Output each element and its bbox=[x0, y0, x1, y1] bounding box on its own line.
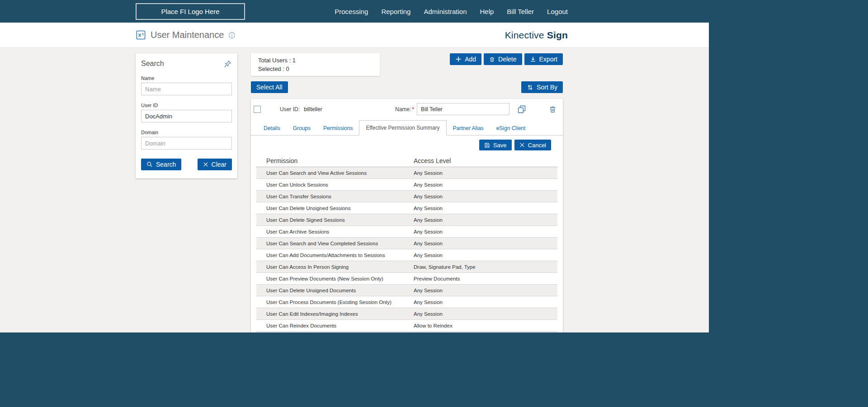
nav-item-reporting[interactable]: Reporting bbox=[381, 8, 410, 15]
nav-item-bill-teller[interactable]: Bill Teller bbox=[507, 8, 534, 15]
access-level-cell: Allow to Reindex bbox=[414, 323, 557, 328]
list-controls-row: Select All Sort By bbox=[251, 81, 563, 93]
total-users-text: Total Users : 1 bbox=[258, 57, 373, 64]
permission-cell: User Can Reindex Documents bbox=[256, 323, 414, 328]
table-row: User Can Process Documents (Existing Ses… bbox=[256, 296, 557, 308]
title-group: User Maintenance bbox=[136, 30, 236, 40]
save-icon bbox=[484, 142, 490, 148]
brand-bold: Sign bbox=[547, 30, 568, 40]
permission-cell: User Can Search and View Completed Sessi… bbox=[256, 241, 414, 246]
permission-cell: User Can Delete Unsigned Documents bbox=[256, 288, 414, 293]
permissions-table-body: User Can Search and View Active Sessions… bbox=[256, 167, 557, 332]
tab-partner-alias[interactable]: Partner Alias bbox=[447, 122, 490, 135]
tab-details[interactable]: Details bbox=[257, 122, 287, 135]
save-cancel-row: Save Cancel bbox=[251, 140, 551, 150]
summary-box: Total Users : 1 Selected : 0 bbox=[251, 53, 380, 76]
user-maintenance-icon bbox=[136, 30, 146, 40]
sort-icon bbox=[527, 84, 533, 91]
select-all-button[interactable]: Select All bbox=[251, 81, 288, 93]
search-icon bbox=[146, 161, 153, 168]
permission-cell: User Can Search and View Active Sessions bbox=[256, 170, 414, 176]
table-row: User Can Edit Indexes/Imaging IndexesAny… bbox=[256, 308, 557, 320]
screen-background: Place FI Logo Here ProcessingReportingAd… bbox=[0, 0, 868, 407]
nav-item-logout[interactable]: Logout bbox=[547, 8, 568, 15]
access-level-cell: Any Session bbox=[414, 229, 557, 234]
search-panel-header: Search bbox=[141, 60, 232, 68]
name-field-label: Name bbox=[141, 75, 232, 81]
permission-cell: User Can Edit Indexes/Imaging Indexes bbox=[256, 311, 414, 317]
save-button[interactable]: Save bbox=[479, 140, 512, 150]
info-icon[interactable] bbox=[228, 32, 236, 39]
delete-button-label: Delete bbox=[498, 56, 516, 63]
action-toolbar: Add Delete Export bbox=[450, 53, 563, 65]
access-level-cell: Any Session bbox=[414, 241, 557, 246]
required-asterisk: * bbox=[412, 106, 414, 112]
add-button[interactable]: Add bbox=[450, 53, 481, 65]
permission-cell: User Can Preview Documents (New Session … bbox=[256, 276, 414, 281]
search-panel-title: Search bbox=[141, 60, 164, 68]
tab-effective-permission-summary[interactable]: Effective Permission Summary bbox=[359, 120, 446, 136]
trash-icon bbox=[489, 56, 495, 63]
export-button[interactable]: Export bbox=[524, 53, 563, 65]
plus-icon bbox=[455, 56, 462, 62]
permission-cell: User Can Delete Signed Sessions bbox=[256, 217, 414, 223]
user-name-input[interactable] bbox=[417, 103, 509, 115]
user-tabs: DetailsGroupsPermissionsEffective Permis… bbox=[251, 120, 563, 136]
clear-button[interactable]: Clear bbox=[198, 159, 232, 170]
table-row: User Can Search and View Completed Sessi… bbox=[256, 238, 557, 249]
sort-by-label: Sort By bbox=[537, 84, 557, 91]
cancel-button[interactable]: Cancel bbox=[514, 140, 551, 150]
search-panel-buttons: Search Clear bbox=[141, 159, 232, 170]
permissions-table: Permission Access Level User Can Search … bbox=[256, 155, 557, 332]
table-row: User Can Archive SessionsAny Session bbox=[256, 226, 557, 238]
name-input[interactable] bbox=[141, 83, 232, 95]
permission-cell: User Can Unlock Sessions bbox=[256, 182, 414, 187]
close-icon bbox=[203, 162, 208, 167]
content-area: Search Name User ID Domain Search bbox=[0, 48, 709, 332]
top-bar-inner: Place FI Logo Here ProcessingReportingAd… bbox=[136, 0, 568, 23]
copy-icon bbox=[517, 105, 526, 114]
user-card-header: User ID: billteller Name: * bbox=[251, 102, 563, 116]
domain-field-label: Domain bbox=[141, 130, 232, 135]
nav-item-help[interactable]: Help bbox=[480, 8, 494, 15]
nav-item-administration[interactable]: Administration bbox=[424, 8, 467, 15]
access-level-cell: Any Session bbox=[414, 194, 557, 199]
pin-icon[interactable] bbox=[223, 60, 232, 68]
nav-item-processing[interactable]: Processing bbox=[335, 8, 368, 15]
search-panel: Search Name User ID Domain Search bbox=[136, 53, 237, 178]
user-row-checkbox[interactable] bbox=[254, 106, 261, 113]
topbar-nav: ProcessingReportingAdministrationHelpBil… bbox=[335, 8, 568, 15]
table-row: User Can Reindex DocumentsAllow to Reind… bbox=[256, 320, 557, 332]
download-icon bbox=[530, 56, 536, 62]
save-button-label: Save bbox=[493, 142, 507, 149]
table-row: User Can Transfer SessionsAny Session bbox=[256, 191, 557, 202]
domain-input[interactable] bbox=[141, 137, 232, 150]
access-level-cell: Any Session bbox=[414, 288, 557, 293]
access-level-cell: Any Session bbox=[414, 170, 557, 176]
cancel-button-label: Cancel bbox=[528, 142, 546, 149]
delete-user-button[interactable] bbox=[549, 105, 557, 113]
table-row: User Can Delete Unsigned DocumentsAny Se… bbox=[256, 285, 557, 296]
user-id-field-label: User ID bbox=[141, 103, 232, 108]
permission-cell: User Can Delete Unsigned Sessions bbox=[256, 206, 414, 211]
access-level-cell: Any Session bbox=[414, 206, 557, 211]
access-level-cell: Any Session bbox=[414, 311, 557, 317]
tab-permissions[interactable]: Permissions bbox=[317, 122, 359, 135]
permission-cell: User Can Add Documents/Attachments to Se… bbox=[256, 253, 414, 258]
tab-esign-client[interactable]: eSign Client bbox=[490, 122, 532, 135]
delete-button[interactable]: Delete bbox=[484, 53, 522, 65]
trash-icon bbox=[549, 105, 557, 113]
tab-groups[interactable]: Groups bbox=[287, 122, 317, 135]
clear-button-label: Clear bbox=[212, 161, 226, 168]
top-bar: Place FI Logo Here ProcessingReportingAd… bbox=[0, 0, 709, 23]
copy-user-button[interactable] bbox=[517, 105, 526, 114]
main-column: Total Users : 1 Selected : 0 Add Delete bbox=[251, 53, 563, 332]
export-button-label: Export bbox=[539, 56, 557, 63]
page-header: User Maintenance Kinective Sign bbox=[0, 23, 709, 48]
fi-logo-placeholder[interactable]: Place FI Logo Here bbox=[136, 3, 245, 20]
user-id-input[interactable] bbox=[141, 110, 232, 122]
add-button-label: Add bbox=[465, 56, 476, 63]
permission-cell: User Can Archive Sessions bbox=[256, 229, 414, 234]
sort-by-button[interactable]: Sort By bbox=[521, 81, 563, 93]
search-button[interactable]: Search bbox=[141, 159, 181, 170]
